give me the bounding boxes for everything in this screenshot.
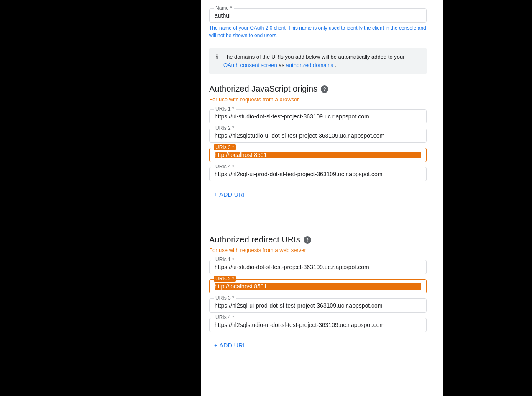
redirect-uris-subtitle: For use with requests from a web server <box>209 247 427 253</box>
redirect-uri-label-4: URIs 4 * <box>214 314 236 320</box>
js-uri-label-1: URIs 1 * <box>214 106 236 112</box>
redirect-uri-input-4[interactable] <box>215 321 421 328</box>
js-origins-title-text: Authorized JavaScript origins <box>209 84 317 94</box>
js-uri-input-2[interactable] <box>215 132 421 139</box>
oauth-consent-link[interactable]: OAuth consent screen <box>223 62 277 68</box>
redirect-uri-label-3: URIs 3 * <box>214 295 236 301</box>
name-input[interactable] <box>215 12 421 19</box>
redirect-uris-help-icon[interactable]: ? <box>304 236 311 244</box>
redirect-uris-title-text: Authorized redirect URIs <box>209 235 300 244</box>
redirect-uri-input-1[interactable] <box>215 264 421 270</box>
js-uri-label-4: URIs 4 * <box>214 164 236 170</box>
redirect-uri-fields: URIs 1 * URIs 2 * URIs 3 * URIs 4 * <box>209 260 427 332</box>
js-uri-label-3: URIs 3 * <box>214 144 236 150</box>
info-text-before: The domains of the URIs you add below wi… <box>223 54 405 60</box>
js-uri-input-1[interactable] <box>215 113 421 120</box>
redirect-uri-label-2: URIs 2 * <box>214 276 236 282</box>
info-box-text: The domains of the URIs you add below wi… <box>223 53 420 69</box>
redirect-uri-field-3: URIs 3 * <box>209 298 427 313</box>
redirect-uri-label-1: URIs 1 * <box>214 257 236 262</box>
js-origins-section: Authorized JavaScript origins ? For use … <box>209 84 427 201</box>
authorized-domains-link[interactable]: authorized domains <box>286 62 333 68</box>
js-origins-help-icon[interactable]: ? <box>321 85 328 93</box>
redirect-uri-field-4: URIs 4 * <box>209 318 427 332</box>
info-box: ℹ The domains of the URIs you add below … <box>209 48 427 74</box>
js-add-uri-button[interactable]: + ADD URI <box>209 188 250 201</box>
name-section: Name * The name of your OAuth 2.0 client… <box>209 8 427 39</box>
redirect-uri-input-3[interactable] <box>215 302 421 309</box>
section-divider <box>209 218 427 235</box>
js-origins-uri-fields: URIs 1 * URIs 2 * URIs 3 * URIs 4 * <box>209 109 427 181</box>
js-uri-label-2: URIs 2 * <box>214 125 236 131</box>
js-origins-subtitle: For use with requests from a browser <box>209 96 427 103</box>
name-field-wrapper: Name * <box>209 8 427 23</box>
redirect-uri-field-1: URIs 1 * <box>209 260 427 274</box>
redirect-uri-input-2[interactable] <box>215 283 421 290</box>
redirect-uris-title: Authorized redirect URIs ? <box>209 235 427 244</box>
redirect-add-uri-button[interactable]: + ADD URI <box>209 339 250 352</box>
main-panel: Name * The name of your OAuth 2.0 client… <box>201 0 443 396</box>
name-helper-text: The name of your OAuth 2.0 client. This … <box>209 24 427 39</box>
name-label: Name * <box>214 5 234 11</box>
info-text-after: . <box>335 62 337 68</box>
js-uri-input-4[interactable] <box>215 171 421 177</box>
js-uri-field-4: URIs 4 * <box>209 167 427 181</box>
redirect-uris-section: Authorized redirect URIs ? For use with … <box>209 235 427 352</box>
info-text-middle: as <box>279 62 286 68</box>
js-uri-field-2: URIs 2 * <box>209 129 427 143</box>
js-uri-field-1: URIs 1 * <box>209 109 427 123</box>
js-uri-field-3: URIs 3 * <box>209 148 427 162</box>
js-origins-title: Authorized JavaScript origins ? <box>209 84 427 94</box>
redirect-uri-field-2: URIs 2 * <box>209 279 427 293</box>
js-uri-input-3[interactable] <box>215 152 421 158</box>
info-icon: ℹ <box>216 53 218 61</box>
